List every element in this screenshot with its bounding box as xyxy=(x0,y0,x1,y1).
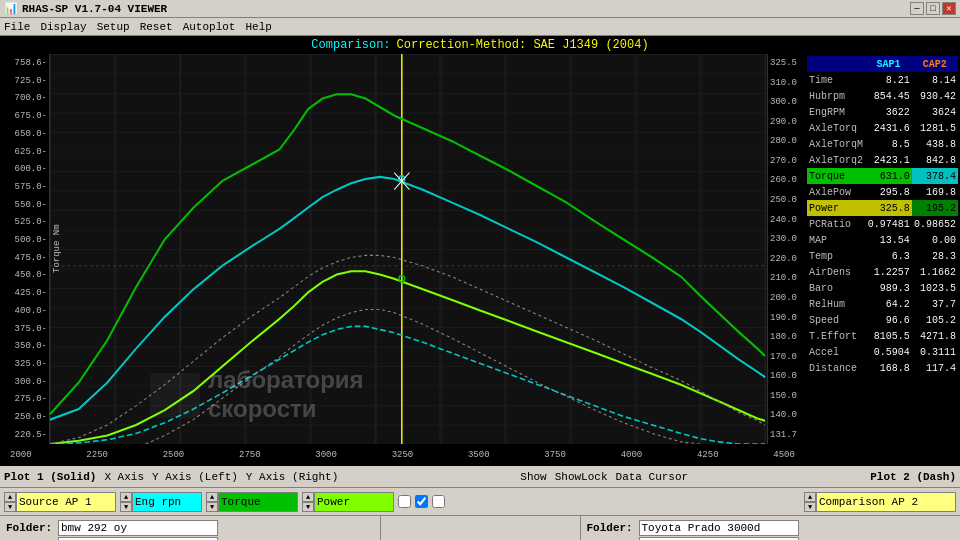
data-cell-label: Time xyxy=(807,72,865,88)
data-cell-cap2: 3624 xyxy=(912,104,958,120)
x-axis: 2000225025002750300032503500375040004250… xyxy=(0,444,805,466)
y-right-down[interactable]: ▼ xyxy=(302,502,314,512)
y-left-tick: 600.0- xyxy=(2,164,47,174)
y-left-spinner[interactable]: ▲ ▼ xyxy=(206,492,218,512)
y-left-tick: 425.0- xyxy=(2,288,47,298)
data-cell-cap2: 0.3111 xyxy=(912,344,958,360)
menu-item-help[interactable]: Help xyxy=(245,21,271,33)
data-cell-label: Torque xyxy=(807,168,865,184)
menu-item-display[interactable]: Display xyxy=(40,21,86,33)
data-row-relhum: RelHum64.237.7 xyxy=(807,296,958,312)
xaxis-label: X Axis xyxy=(104,471,144,483)
maximize-button[interactable]: □ xyxy=(926,2,940,15)
minimize-button[interactable]: ─ xyxy=(910,2,924,15)
y-left-tick: 500.0- xyxy=(2,235,47,245)
y-right-tick: 300.0 xyxy=(770,97,803,107)
y-right-tick: 240.0 xyxy=(770,215,803,225)
source-ap-spinner[interactable]: ▲ ▼ xyxy=(4,492,16,512)
y-right-tick: 260.0 xyxy=(770,175,803,185)
data-row-axletorq2: AxleTorq22423.1842.8 xyxy=(807,152,958,168)
y-left-tick: 758.6- xyxy=(2,58,47,68)
data-cell-label: Speed xyxy=(807,312,865,328)
data-row-hubrpm: Hubrpm854.45930.42 xyxy=(807,88,958,104)
y-right-spinner[interactable]: ▲ ▼ xyxy=(302,492,314,512)
menu-item-file[interactable]: File xyxy=(4,21,30,33)
source-ap-up[interactable]: ▲ xyxy=(4,492,16,502)
data-cell-sap1: 8.5 xyxy=(865,136,911,152)
data-cell-cap2: 1023.5 xyxy=(912,280,958,296)
data-cell-label: MAP xyxy=(807,232,865,248)
data-cell-sap1: 325.8 xyxy=(865,200,911,216)
chart-area[interactable]: лаборатория скорости Torque Nm xyxy=(50,54,767,444)
y-left-down[interactable]: ▼ xyxy=(206,502,218,512)
close-button[interactable]: ✕ xyxy=(942,2,956,15)
x-axis-spinner[interactable]: ▲ ▼ xyxy=(120,492,132,512)
data-row-speed: Speed96.6105.2 xyxy=(807,312,958,328)
data-cell-cap2: 37.7 xyxy=(912,296,958,312)
data-cell-cap2: 0.98652 xyxy=(912,216,958,232)
y-right-tick: 280.0 xyxy=(770,136,803,146)
y-left-up[interactable]: ▲ xyxy=(206,492,218,502)
x-axis-tick: 3000 xyxy=(315,450,337,460)
data-row-axletorq: AxleTorq2431.61281.5 xyxy=(807,120,958,136)
y-right-tick: 180.0 xyxy=(770,332,803,342)
data-cell-cap2: 105.2 xyxy=(912,312,958,328)
data-cell-label: Baro xyxy=(807,280,865,296)
show-lock-checkbox[interactable] xyxy=(415,495,428,508)
y-right-tick: 220.0 xyxy=(770,254,803,264)
data-cell-sap1: 0.5904 xyxy=(865,344,911,360)
yaxis-left-label: Y Axis (Left) xyxy=(152,471,238,483)
x-axis-down[interactable]: ▼ xyxy=(120,502,132,512)
x-axis-field[interactable]: Eng rpn xyxy=(132,492,202,512)
controls-row: ▲ ▼ Source AP 1 ▲ ▼ Eng rpn ▲ ▼ Torque ▲ xyxy=(0,488,960,516)
folder-label-right: Folder: xyxy=(587,522,635,534)
data-cell-sap1: 0.97481 xyxy=(865,216,911,232)
data-cell-label: RelHum xyxy=(807,296,865,312)
source-ap-control: ▲ ▼ Source AP 1 xyxy=(4,492,116,512)
data-cell-sap1: 13.54 xyxy=(865,232,911,248)
y-left-tick: 275.0- xyxy=(2,394,47,404)
x-axis-control: ▲ ▼ Eng rpn xyxy=(120,492,202,512)
comp-ap-spinner[interactable]: ▲ ▼ xyxy=(804,492,816,512)
x-axis-up[interactable]: ▲ xyxy=(120,492,132,502)
data-cell-label: Accel xyxy=(807,344,865,360)
data-cell-label: AirDens xyxy=(807,264,865,280)
comp-ap-field[interactable]: Comparison AP 2 xyxy=(816,492,956,512)
info-middle xyxy=(381,516,581,540)
x-axis-tick: 2750 xyxy=(239,450,261,460)
y-left-tick: 350.0- xyxy=(2,341,47,351)
y-left-field[interactable]: Torque xyxy=(218,492,298,512)
show-ave-checkbox[interactable] xyxy=(398,495,411,508)
x-axis-spacer xyxy=(805,444,960,466)
source-ap-down[interactable]: ▼ xyxy=(4,502,16,512)
y-left-tick: 450.0- xyxy=(2,270,47,280)
data-cell-label: AxlePow xyxy=(807,184,865,200)
y-left-tick: 700.0- xyxy=(2,93,47,103)
bottom-panel: Plot 1 (Solid) X Axis Y Axis (Left) Y Ax… xyxy=(0,466,960,540)
data-row-time: Time8.218.14 xyxy=(807,72,958,88)
y-left-tick: 250.0- xyxy=(2,412,47,422)
y-left-tick: 375.0- xyxy=(2,324,47,334)
y-right-tick: 310.0 xyxy=(770,78,803,88)
comp-ap-up[interactable]: ▲ xyxy=(804,492,816,502)
source-ap-field[interactable]: Source AP 1 xyxy=(16,492,116,512)
menu-item-setup[interactable]: Setup xyxy=(97,21,130,33)
svg-rect-1 xyxy=(50,54,767,444)
col-header-label xyxy=(807,56,865,72)
data-cursor-checkbox[interactable] xyxy=(432,495,445,508)
y-right-tick: 170.0 xyxy=(770,352,803,362)
y-right-field[interactable]: Power xyxy=(314,492,394,512)
menu-item-reset[interactable]: Reset xyxy=(140,21,173,33)
menu-item-autoplot[interactable]: Autoplot xyxy=(183,21,236,33)
data-cell-label: Temp xyxy=(807,248,865,264)
data-cell-label: AxleTorq xyxy=(807,120,865,136)
y-right-up[interactable]: ▲ xyxy=(302,492,314,502)
info-row: Folder: bmw 292 oy Run ID: bmw tuned 1 D… xyxy=(0,516,960,540)
y-right-tick: 160.0 xyxy=(770,371,803,381)
y-right-tick: 250.0 xyxy=(770,195,803,205)
y-left-tick: 550.0- xyxy=(2,200,47,210)
data-cell-sap1: 631.0 xyxy=(865,168,911,184)
comp-ap-down[interactable]: ▼ xyxy=(804,502,816,512)
data-cell-sap1: 8.21 xyxy=(865,72,911,88)
data-cell-cap2: 378.4 xyxy=(912,168,958,184)
